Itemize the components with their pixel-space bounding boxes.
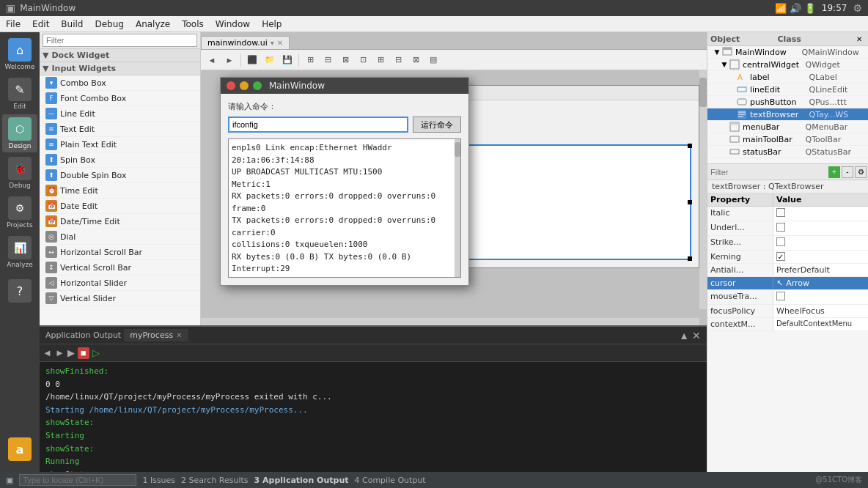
menu-window[interactable]: Window bbox=[210, 18, 256, 31]
toolbar-layout3[interactable]: ⊠ bbox=[337, 52, 353, 68]
status-tab-2[interactable]: 2 Search Results bbox=[181, 476, 249, 485]
output-toolbar-clear[interactable]: ▷ bbox=[92, 347, 100, 358]
toolbar-layout2[interactable]: ⊟ bbox=[320, 52, 336, 68]
category-dock[interactable]: ▼Dock Widget bbox=[40, 49, 200, 62]
dialog-command-input[interactable] bbox=[228, 117, 408, 133]
menu-help[interactable]: Help bbox=[256, 18, 287, 31]
prop-filter-input[interactable] bbox=[707, 166, 828, 179]
widget-h-scroll[interactable]: ↔ Horizontal Scroll Bar bbox=[40, 245, 200, 260]
status-tab-3[interactable]: 3 Application Output bbox=[254, 476, 349, 485]
menu-analyze[interactable]: Analyze bbox=[130, 18, 176, 31]
output-toolbar-stop[interactable]: ■ bbox=[78, 347, 89, 359]
category-input[interactable]: ▼Input Widgets bbox=[40, 62, 200, 75]
sidebar-item-edit[interactable]: ✎ Edit bbox=[2, 75, 37, 113]
kerning-checkbox[interactable]: ✓ bbox=[776, 252, 785, 261]
italic-checkbox[interactable] bbox=[776, 208, 785, 217]
prop-row-contextmenu[interactable]: contextM... DefaultContextMenu bbox=[707, 318, 868, 331]
widget-v-slider[interactable]: ▽ Vertical Slider bbox=[40, 291, 200, 306]
widget-combo-box[interactable]: ▾ Combo Box bbox=[40, 75, 200, 91]
status-tab-4[interactable]: 4 Compile Output bbox=[354, 476, 425, 485]
widget-spin-box[interactable]: ⬆ Spin Box bbox=[40, 152, 200, 168]
widget-filter[interactable] bbox=[43, 34, 197, 47]
widget-v-scroll[interactable]: ↕ Vertical Scroll Bar bbox=[40, 260, 200, 276]
design-file-tab[interactable]: mainwindow.ui ▾ ✕ bbox=[201, 36, 290, 49]
sidebar-item-projects[interactable]: ⚙ Projects bbox=[2, 193, 37, 232]
output-close-btn[interactable]: ✕ bbox=[692, 330, 701, 341]
prop-row-mousetracke[interactable]: mouseTra... bbox=[707, 290, 868, 305]
widget-dial[interactable]: ◎ Dial bbox=[40, 229, 200, 245]
canvas-scrollbar-v[interactable] bbox=[699, 70, 707, 309]
prop-row-focuspolicy[interactable]: focusPolicy WheelFocus bbox=[707, 305, 868, 318]
prop-minus-btn[interactable]: - bbox=[842, 166, 853, 178]
output-toolbar-next[interactable]: ► bbox=[55, 347, 65, 358]
prop-row-italic[interactable]: Italic bbox=[707, 207, 868, 221]
toolbar-open[interactable]: 📁 bbox=[262, 52, 278, 68]
sidebar-item-analyze[interactable]: 📊 Analyze bbox=[2, 233, 37, 271]
sidebar-item-help[interactable]: ? bbox=[2, 273, 37, 311]
toolbar-layout7[interactable]: ⊠ bbox=[408, 52, 424, 68]
settings-icon[interactable]: ⚙ bbox=[853, 2, 862, 14]
toolbar-layout8[interactable]: ▤ bbox=[425, 52, 441, 68]
locate-input[interactable] bbox=[19, 474, 136, 486]
dialog-run-button[interactable]: 运行命令 bbox=[413, 117, 461, 133]
tree-row-lineedit[interactable]: lineEdit QLineEdit bbox=[707, 84, 868, 96]
sidebar-item-design[interactable]: ⬡ Design bbox=[2, 114, 37, 152]
toolbar-layout5[interactable]: ⊞ bbox=[372, 52, 389, 68]
file-tab-close[interactable]: ✕ bbox=[277, 39, 283, 47]
tree-row-toolbar[interactable]: mainToolBar QToolBar bbox=[707, 133, 868, 146]
dialog-close-btn[interactable] bbox=[227, 81, 235, 90]
tree-row-statusbar[interactable]: statusBar QStatusBar bbox=[707, 146, 868, 158]
toolbar-forward[interactable]: ► bbox=[221, 52, 238, 68]
tree-row-mainwindow[interactable]: ▼ MainWindow QMainWindow bbox=[707, 46, 868, 59]
status-tab-1[interactable]: 1 Issues bbox=[142, 476, 175, 485]
output-toolbar-run[interactable]: ▶ bbox=[67, 347, 75, 358]
output-up-btn[interactable]: ▲ bbox=[679, 330, 689, 341]
prop-row-strikeout[interactable]: Strike... bbox=[707, 236, 868, 251]
prop-options-btn[interactable]: ⚙ bbox=[855, 166, 867, 178]
strikeout-checkbox[interactable] bbox=[776, 237, 785, 246]
underline-checkbox[interactable] bbox=[776, 223, 785, 232]
process-tab-close[interactable]: ✕ bbox=[176, 331, 182, 339]
output-toolbar-prev[interactable]: ◄ bbox=[43, 347, 52, 358]
widget-time-edit[interactable]: ⏰ Time Edit bbox=[40, 183, 200, 199]
widget-date-edit[interactable]: 📅 Date Edit bbox=[40, 199, 200, 214]
tree-row-centralwidget[interactable]: ▼ centralWidget QWidget bbox=[707, 59, 868, 71]
menu-build[interactable]: Build bbox=[55, 18, 89, 31]
file-tab-arrow[interactable]: ▾ bbox=[271, 39, 274, 47]
widget-plain-text-edit[interactable]: ≡ Plain Text Edit bbox=[40, 137, 200, 152]
tree-row-pushbutton[interactable]: pushButton QPus...ttt bbox=[707, 96, 868, 108]
dialog-max-btn[interactable] bbox=[253, 81, 262, 90]
widget-h-slider[interactable]: ◁ Horizontal Slider bbox=[40, 276, 200, 291]
sidebar-item-debug[interactable]: 🐞 Debug bbox=[2, 154, 37, 192]
menu-file[interactable]: File bbox=[0, 18, 26, 31]
widget-text-edit[interactable]: ≡ Text Edit bbox=[40, 122, 200, 137]
tree-row-label[interactable]: A label QLabel bbox=[707, 71, 868, 84]
dialog-min-btn[interactable] bbox=[240, 81, 249, 90]
prop-add-btn[interactable]: + bbox=[828, 166, 840, 178]
tree-row-menubar[interactable]: menuBar QMenuBar bbox=[707, 121, 868, 133]
widget-line-edit[interactable]: — Line Edit bbox=[40, 106, 200, 122]
prop-row-antialias[interactable]: Antiali... PreferDefault bbox=[707, 264, 868, 277]
prop-row-cursor[interactable]: cursor ↖ Arrow bbox=[707, 277, 868, 290]
menu-debug[interactable]: Debug bbox=[89, 18, 129, 31]
dialog-scrollbar[interactable] bbox=[455, 139, 460, 277]
toolbar-new[interactable]: ⬛ bbox=[244, 52, 260, 68]
tree-row-textbrowser[interactable]: textBrowser QTay...WS bbox=[707, 108, 868, 121]
widget-double-spin-box[interactable]: ⬆ Double Spin Box bbox=[40, 168, 200, 183]
toolbar-layout4[interactable]: ⊡ bbox=[355, 52, 371, 68]
prop-row-underline[interactable]: Underl... bbox=[707, 221, 868, 236]
prop-row-kerning[interactable]: Kerning ✓ bbox=[707, 251, 868, 264]
canvas-scrollbar-h[interactable] bbox=[201, 318, 699, 325]
toolbar-save[interactable]: 💾 bbox=[279, 52, 295, 68]
sidebar-item-amazon[interactable]: a bbox=[2, 431, 37, 469]
sidebar-item-welcome[interactable]: ⌂ Welcome bbox=[2, 35, 37, 73]
process-tab[interactable]: myProcess ✕ bbox=[124, 329, 188, 341]
mousetrack-checkbox[interactable] bbox=[776, 292, 785, 300]
widget-datetime-edit[interactable]: 📅 Date/Time Edit bbox=[40, 214, 200, 229]
menu-edit[interactable]: Edit bbox=[26, 18, 55, 31]
toolbar-back[interactable]: ◄ bbox=[204, 52, 220, 68]
menu-tools[interactable]: Tools bbox=[176, 18, 210, 31]
widget-font-combo-box[interactable]: F Font Combo Box bbox=[40, 91, 200, 106]
toolbar-layout1[interactable]: ⊞ bbox=[302, 52, 318, 68]
toolbar-layout6[interactable]: ⊟ bbox=[390, 52, 406, 68]
